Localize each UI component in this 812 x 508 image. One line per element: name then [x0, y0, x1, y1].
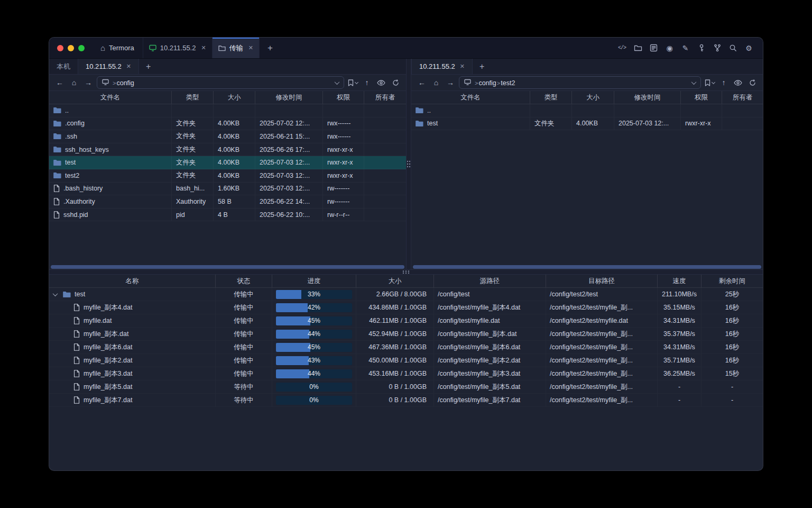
file-row[interactable]: ssh_host_keys 文件夹 4.00KB 2025-06-26 17:.…: [49, 143, 406, 157]
file-row[interactable]: .ssh 文件夹 4.00KB 2025-06-21 15:... rwx---…: [49, 130, 406, 143]
scrollbar-thumb[interactable]: [51, 265, 404, 269]
column-header[interactable]: 源路径: [434, 275, 546, 288]
file-row[interactable]: .Xauthority Xauthority 58 B 2025-06-22 1…: [49, 195, 406, 208]
path-segment[interactable]: config: [478, 79, 496, 87]
column-header[interactable]: 状态: [216, 275, 272, 288]
settings-icon[interactable]: ⚙: [743, 42, 755, 54]
close-icon[interactable]: ✕: [126, 63, 131, 70]
transfer-row[interactable]: myfile_副本6.dat 传输中 45% 467.36MB / 1.00GB…: [49, 341, 763, 354]
tab-remote-host[interactable]: 10.211.55.2 ✕: [78, 59, 139, 74]
refresh-icon[interactable]: [746, 77, 758, 88]
transfer-panel: 名称状态进度大小源路径目标路径速度剩余时间 test 传输中 33% 2.66G…: [49, 275, 763, 470]
minimize-window-button[interactable]: [68, 45, 74, 51]
file-row[interactable]: sshd.pid pid 4 B 2025-06-22 10:... rw-r-…: [49, 208, 406, 222]
folder-icon[interactable]: [632, 42, 644, 54]
new-pane-tab-button[interactable]: +: [473, 59, 491, 74]
path-segment[interactable]: config: [116, 79, 134, 87]
new-tab-button[interactable]: +: [260, 38, 281, 58]
transfer-row[interactable]: myfile_副本7.dat 等待中 0% 0 B / 1.00GB /conf…: [49, 394, 763, 407]
column-header[interactable]: 所有者: [722, 91, 763, 104]
back-icon[interactable]: ←: [54, 77, 66, 88]
file-name: .bash_history: [63, 185, 103, 192]
horizontal-scrollbar[interactable]: [411, 265, 763, 269]
column-header[interactable]: 类型: [172, 91, 214, 104]
zoom-window-button[interactable]: [78, 45, 85, 51]
transfer-row[interactable]: test 传输中 33% 2.66GB / 8.00GB /config/tes…: [49, 288, 763, 301]
edit-icon[interactable]: ✎: [679, 42, 691, 54]
file-row[interactable]: test2 文件夹 4.00KB 2025-07-03 12:... rwxr-…: [49, 169, 406, 183]
horizontal-splitter[interactable]: [49, 269, 763, 275]
transfer-row[interactable]: myfile_副本.dat 传输中 44% 452.94MB / 1.00GB …: [49, 328, 763, 341]
transfer-row[interactable]: myfile_副本5.dat 等待中 0% 0 B / 1.00GB /conf…: [49, 380, 763, 394]
vertical-splitter[interactable]: [406, 59, 411, 269]
transfer-size: 452.94MB / 1.00GB: [356, 328, 434, 341]
file-permissions: [323, 104, 364, 117]
file-row[interactable]: .config 文件夹 4.00KB 2025-07-02 12:... rwx…: [49, 117, 406, 131]
forward-icon[interactable]: →: [82, 77, 94, 88]
close-icon[interactable]: ✕: [248, 44, 253, 51]
column-header[interactable]: 大小: [214, 91, 255, 104]
path-bar[interactable]: >config: [97, 76, 344, 89]
forward-icon[interactable]: →: [445, 77, 456, 88]
column-header[interactable]: 名称: [49, 275, 216, 288]
close-icon[interactable]: ✕: [201, 44, 206, 51]
file-table-body: .. .config 文件夹 4.00KB 2025-07-02 12:... …: [49, 104, 406, 265]
column-header[interactable]: 大小: [356, 275, 434, 288]
close-icon[interactable]: ✕: [460, 63, 465, 70]
bookmark-icon[interactable]: [347, 77, 358, 88]
path-segment[interactable]: test2: [501, 79, 515, 87]
column-header[interactable]: 目标路径: [546, 275, 658, 288]
transfer-row[interactable]: myfile.dat 传输中 45% 462.11MB / 1.00GB /co…: [49, 314, 763, 328]
file-row[interactable]: .bash_history bash_hi... 1.60KB 2025-07-…: [49, 183, 406, 196]
column-header[interactable]: 修改时间: [255, 91, 323, 104]
file-row[interactable]: test 文件夹 4.00KB 2025-07-03 12:... rwxr-x…: [411, 117, 763, 131]
transfer-row[interactable]: myfile_副本4.dat 传输中 42% 434.86MB / 1.00GB…: [49, 301, 763, 314]
close-window-button[interactable]: [57, 45, 63, 51]
search-icon[interactable]: [727, 42, 739, 54]
tab-transfer[interactable]: 传输 ✕: [212, 38, 260, 58]
tab-app-home[interactable]: ⌂ Termora: [92, 38, 143, 58]
refresh-icon[interactable]: [390, 77, 401, 88]
upload-icon[interactable]: ↑: [361, 77, 373, 88]
upload-icon[interactable]: ↑: [718, 77, 730, 88]
home-icon[interactable]: ⌂: [68, 77, 80, 88]
horizontal-scrollbar[interactable]: [49, 265, 406, 269]
new-pane-tab-button[interactable]: +: [139, 59, 158, 74]
column-header[interactable]: 文件名: [411, 91, 530, 104]
back-icon[interactable]: ←: [416, 77, 428, 88]
branch-icon[interactable]: [711, 42, 723, 54]
column-header[interactable]: 文件名: [49, 91, 172, 104]
eye-icon[interactable]: [732, 77, 744, 88]
column-header[interactable]: 所有者: [364, 91, 406, 104]
home-icon[interactable]: ⌂: [430, 77, 442, 88]
collapse-chevron-icon[interactable]: [53, 291, 58, 296]
column-header[interactable]: 大小: [572, 91, 614, 104]
chevron-down-icon[interactable]: [335, 79, 340, 85]
column-header[interactable]: 进度: [272, 275, 356, 288]
key-icon[interactable]: [695, 42, 707, 54]
file-row[interactable]: test 文件夹 4.00KB 2025-07-03 12:... rwxr-x…: [49, 156, 406, 169]
tab-remote-host[interactable]: 10.211.55.2 ✕: [411, 59, 473, 74]
transfer-target-path: /config/test2/test/myfile_副...: [546, 354, 658, 367]
scrollbar-thumb[interactable]: [413, 265, 761, 269]
transfer-speed: 34.31MB/s: [658, 314, 702, 328]
file-row[interactable]: ..: [411, 104, 763, 117]
file-row[interactable]: ..: [49, 104, 406, 117]
column-header[interactable]: 修改时间: [614, 91, 681, 104]
column-header[interactable]: 类型: [530, 91, 572, 104]
code-icon[interactable]: </>: [616, 42, 628, 54]
chevron-down-icon[interactable]: [691, 79, 697, 85]
bookmark-icon[interactable]: [704, 77, 715, 88]
column-header[interactable]: 剩余时间: [702, 275, 763, 288]
transfer-row[interactable]: myfile_副本2.dat 传输中 43% 450.00MB / 1.00GB…: [49, 354, 763, 367]
column-header[interactable]: 权限: [681, 91, 722, 104]
column-header[interactable]: 速度: [658, 275, 702, 288]
tab-local[interactable]: 本机: [49, 59, 78, 74]
eye-icon[interactable]: [375, 77, 387, 88]
log-icon[interactable]: [648, 42, 660, 54]
path-bar[interactable]: >config>test2: [459, 76, 701, 89]
transfer-row[interactable]: myfile_副本3.dat 传输中 44% 453.16MB / 1.00GB…: [49, 367, 763, 380]
tab-host-session[interactable]: 10.211.55.2 ✕: [143, 38, 212, 58]
column-header[interactable]: 权限: [323, 91, 364, 104]
record-icon[interactable]: ◉: [663, 42, 676, 54]
